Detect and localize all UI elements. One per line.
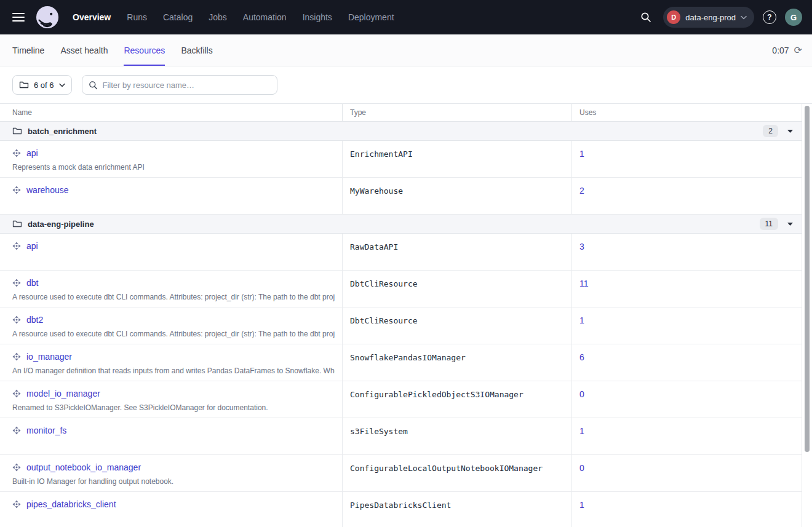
repo-filter-dropdown[interactable]: 6 of 6 — [12, 75, 72, 95]
help-icon[interactable]: ? — [763, 10, 776, 24]
group-count-badge: 2 — [763, 125, 778, 137]
resource-icon — [12, 463, 21, 472]
tab-resources[interactable]: Resources — [124, 34, 165, 66]
resource-name-link[interactable]: api — [26, 148, 38, 158]
resource-uses-link[interactable]: 1 — [579, 315, 584, 325]
column-header-uses: Uses — [572, 104, 802, 121]
resource-search — [82, 75, 277, 95]
resource-icon — [12, 389, 21, 398]
resource-icon — [12, 186, 21, 194]
resource-type: PipesDatabricksClient — [343, 492, 572, 527]
resource-icon — [12, 242, 21, 250]
chevron-down-icon — [59, 83, 65, 87]
group-name: data-eng-pipeline — [28, 220, 94, 229]
resource-icon — [12, 426, 21, 435]
table-row: monitor_fs s3FileSystem 1 — [0, 418, 802, 455]
resource-uses-link[interactable]: 11 — [579, 279, 589, 288]
resource-type: SnowflakePandasIOManager — [343, 344, 572, 381]
resource-name-link[interactable]: output_notebook_io_manager — [26, 462, 141, 472]
table-row: dbt2 A resource used to execute dbt CLI … — [0, 307, 802, 344]
tab-asset-health[interactable]: Asset health — [60, 34, 108, 66]
table-row: model_io_manager Renamed to S3PickleIOMa… — [0, 381, 802, 418]
folder-icon — [12, 127, 22, 135]
resources-toolbar: 6 of 6 — [0, 66, 812, 103]
resource-type: ConfigurablePickledObjectS3IOManager — [343, 381, 572, 418]
resource-description: Represents a mock data enrichment API — [12, 163, 335, 172]
resource-type: MyWarehouse — [343, 178, 572, 214]
nav-item-automation[interactable]: Automation — [243, 12, 287, 22]
search-icon — [89, 81, 98, 90]
nav-item-deployment[interactable]: Deployment — [348, 12, 394, 22]
resource-uses-link[interactable]: 0 — [579, 463, 584, 473]
table-row: api RawDataAPI 3 — [0, 234, 802, 271]
resource-name-link[interactable]: pipes_databricks_client — [26, 499, 116, 509]
resource-type: s3FileSystem — [343, 418, 572, 454]
resource-name-link[interactable]: warehouse — [26, 185, 69, 195]
nav-item-catalog[interactable]: Catalog — [163, 12, 193, 22]
deployment-initial-badge: D — [667, 10, 680, 24]
refresh-zone: 0:07 ⟳ — [772, 34, 802, 66]
resource-type: EnrichmentAPI — [343, 141, 572, 177]
resource-name-link[interactable]: dbt2 — [26, 315, 43, 325]
search-icon[interactable] — [637, 9, 655, 26]
refresh-countdown: 0:07 — [772, 46, 789, 55]
resource-name-link[interactable]: monitor_fs — [26, 426, 66, 435]
resource-icon — [12, 315, 21, 324]
tab-timeline[interactable]: Timeline — [12, 34, 44, 66]
resource-uses-link[interactable]: 1 — [579, 500, 584, 510]
resource-description: An I/O manager definition that reads inp… — [12, 367, 335, 375]
resource-icon — [12, 500, 21, 509]
nav-item-insights[interactable]: Insights — [303, 12, 332, 22]
resource-uses-link[interactable]: 3 — [579, 242, 584, 252]
hamburger-menu-icon[interactable] — [12, 13, 26, 22]
resource-uses-link[interactable]: 1 — [579, 426, 584, 436]
nav-item-overview[interactable]: Overview — [73, 12, 111, 22]
main-nav-items: Overview Runs Catalog Jobs Automation In… — [73, 12, 394, 22]
resource-filter-input[interactable] — [103, 81, 271, 90]
nav-item-runs[interactable]: Runs — [127, 12, 147, 22]
collapse-caret-icon[interactable] — [787, 223, 793, 226]
nav-item-jobs[interactable]: Jobs — [209, 12, 227, 22]
folder-icon — [19, 81, 29, 89]
resources-table: Name Type Uses batch_enrichment 2 api Re… — [0, 103, 812, 527]
resource-icon — [12, 279, 21, 287]
resource-description: A resource used to execute dbt CLI comma… — [12, 293, 335, 301]
resource-description: A resource used to execute dbt CLI comma… — [12, 330, 335, 338]
dagster-logo[interactable] — [36, 6, 59, 29]
resource-name-link[interactable]: dbt — [26, 278, 38, 288]
table-row: io_manager An I/O manager definition tha… — [0, 344, 802, 381]
column-header-name: Name — [0, 104, 343, 121]
group-name: batch_enrichment — [28, 127, 97, 136]
repo-filter-label: 6 of 6 — [34, 81, 54, 90]
table-row: pipes_databricks_client PipesDatabricksC… — [0, 492, 802, 527]
group-row-batch-enrichment[interactable]: batch_enrichment 2 — [0, 122, 802, 141]
resource-uses-link[interactable]: 1 — [579, 149, 584, 159]
column-header-type: Type — [343, 104, 572, 121]
resource-uses-link[interactable]: 6 — [579, 352, 584, 362]
overview-tabbar: Timeline Asset health Resources Backfill… — [0, 34, 812, 66]
resource-name-link[interactable]: io_manager — [26, 352, 72, 362]
resource-type: RawDataAPI — [343, 234, 572, 270]
resource-description: Renamed to S3PickleIOManager. See S3Pick… — [12, 403, 335, 412]
vertical-scrollbar[interactable] — [803, 105, 811, 527]
resource-uses-link[interactable]: 2 — [579, 186, 584, 196]
deployment-switcher[interactable]: D data-eng-prod — [663, 7, 754, 28]
resource-uses-link[interactable]: 0 — [579, 389, 584, 399]
tab-backfills[interactable]: Backfills — [181, 34, 212, 66]
group-row-data-eng-pipeline[interactable]: data-eng-pipeline 11 — [0, 215, 802, 234]
user-avatar[interactable]: G — [785, 9, 802, 26]
table-header: Name Type Uses — [0, 104, 802, 122]
collapse-caret-icon[interactable] — [787, 130, 793, 133]
resource-icon — [12, 352, 21, 361]
resource-icon — [12, 149, 21, 157]
refresh-icon[interactable]: ⟳ — [794, 46, 802, 55]
dagster-app: Overview Runs Catalog Jobs Automation In… — [0, 0, 812, 527]
resource-name-link[interactable]: api — [26, 241, 38, 251]
resource-name-link[interactable]: model_io_manager — [26, 389, 100, 398]
scrollbar-thumb[interactable] — [805, 106, 810, 452]
table-row: api Represents a mock data enrichment AP… — [0, 141, 802, 178]
top-nav: Overview Runs Catalog Jobs Automation In… — [0, 0, 812, 34]
table-row: output_notebook_io_manager Built-in IO M… — [0, 455, 802, 492]
resource-type: ConfigurableLocalOutputNotebookIOManager — [343, 455, 572, 491]
deployment-name: data-eng-prod — [685, 13, 736, 22]
